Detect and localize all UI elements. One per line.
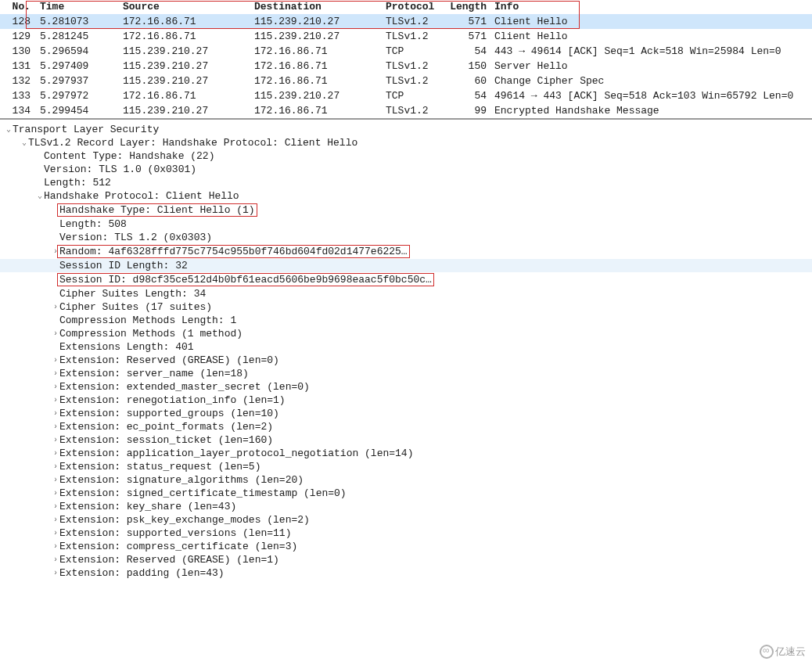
tree-node[interactable]: Random: 4af6328fffd775c7754c955b0f746bd6… <box>0 244 812 259</box>
chevron-right-icon[interactable] <box>52 463 59 471</box>
cell: 571 <box>448 16 491 27</box>
chevron-right-icon[interactable] <box>52 437 59 444</box>
tree-node[interactable]: Cipher Suites Length: 34 <box>0 287 812 300</box>
chevron-right-icon[interactable] <box>52 383 59 391</box>
tree-node[interactable]: Extension: Reserved (GREASE) (len=0) <box>0 354 812 367</box>
cell: 5.297937 <box>35 75 123 87</box>
col-info[interactable]: Info <box>491 1 812 13</box>
packet-row[interactable]: 1325.297937115.239.210.27172.16.86.71TLS… <box>0 74 812 88</box>
packet-details-tree[interactable]: Transport Layer Security TLSv1.2 Record … <box>0 120 812 580</box>
tree-node[interactable]: Content Type: Handshake (22) <box>0 149 812 163</box>
chevron-right-icon[interactable] <box>52 556 59 564</box>
packet-list[interactable]: No. Time Source Destination Protocol Len… <box>0 0 812 120</box>
tree-node[interactable]: Version: TLS 1.0 (0x0301) <box>0 163 812 176</box>
chevron-down-icon[interactable] <box>20 139 28 147</box>
cell: 115.239.210.27 <box>254 31 386 42</box>
cell: 130 <box>0 45 35 57</box>
tree-node[interactable]: Extension: ec_point_formats (len=2) <box>0 420 812 433</box>
tree-node[interactable]: Extension: psk_key_exchange_modes (len=2… <box>0 513 812 527</box>
tree-node[interactable]: Extension: padding (len=43) <box>0 566 812 580</box>
packet-header-row: No. Time Source Destination Protocol Len… <box>0 0 812 14</box>
tree-node[interactable]: Extension: session_ticket (len=160) <box>0 433 812 447</box>
packet-row[interactable]: 1345.299454115.239.210.27172.16.86.71TLS… <box>0 103 812 118</box>
cell: 5.281245 <box>35 31 123 42</box>
tree-label: Handshake Type: Client Hello (1) <box>57 203 257 217</box>
chevron-right-icon[interactable] <box>52 490 59 498</box>
chevron-right-icon[interactable] <box>52 423 59 431</box>
col-no[interactable]: No. <box>0 1 35 13</box>
tree-label: Extension: status_request (len=5) <box>59 461 260 473</box>
tree-node[interactable]: Version: TLS 1.2 (0x0303) <box>0 231 812 244</box>
cell: TCP <box>386 45 448 57</box>
tree-node[interactable]: Extension: application_layer_protocol_ne… <box>0 447 812 460</box>
cell: 134 <box>0 105 35 117</box>
tree-node[interactable]: Extension: supported_versions (len=11) <box>0 527 812 540</box>
tree-node[interactable]: Extension: Reserved (GREASE) (len=1) <box>0 553 812 566</box>
tree-label: Extension: renegotiation_info (len=1) <box>59 394 286 406</box>
packet-row[interactable]: 1305.296594115.239.210.27172.16.86.71TCP… <box>0 44 812 59</box>
col-src[interactable]: Source <box>123 1 254 13</box>
tree-node[interactable]: Extension: supported_groups (len=10) <box>0 407 812 420</box>
chevron-right-icon[interactable] <box>52 370 59 378</box>
chevron-right-icon[interactable] <box>52 543 59 551</box>
tree-node[interactable]: Extension: signature_algorithms (len=20) <box>0 473 812 487</box>
col-dst[interactable]: Destination <box>254 1 386 13</box>
tree-node[interactable]: Compression Methods (1 method) <box>0 327 812 340</box>
chevron-right-icon[interactable] <box>52 397 59 404</box>
tree-node[interactable]: Extension: renegotiation_info (len=1) <box>0 394 812 407</box>
cell: 54 <box>448 45 491 57</box>
tree-label: Handshake Protocol: Client Hello <box>44 190 239 202</box>
chevron-right-icon[interactable] <box>52 304 59 311</box>
chevron-right-icon[interactable] <box>52 330 59 338</box>
tree-node[interactable]: Extension: status_request (len=5) <box>0 460 812 473</box>
tree-label: Extension: ec_point_formats (len=2) <box>59 421 273 433</box>
tree-label: Extension: Reserved (GREASE) (len=1) <box>59 554 279 566</box>
tree-node[interactable]: Handshake Type: Client Hello (1) <box>0 203 812 217</box>
packet-row[interactable]: 1285.281073172.16.86.71115.239.210.27TLS… <box>0 14 812 29</box>
tree-node[interactable]: Extension: server_name (len=18) <box>0 367 812 380</box>
tree-label: Extension: signature_algorithms (len=20) <box>59 474 304 486</box>
packet-row[interactable]: 1335.297972172.16.86.71115.239.210.27TCP… <box>0 88 812 103</box>
tree-node[interactable]: Session ID: d98cf35ce512d4b0bf61eacd5606… <box>0 272 812 287</box>
packet-row[interactable]: 1315.297409115.239.210.27172.16.86.71TLS… <box>0 59 812 74</box>
tree-node[interactable]: TLSv1.2 Record Layer: Handshake Protocol… <box>0 136 812 149</box>
chevron-right-icon[interactable] <box>52 476 59 484</box>
cell: 128 <box>0 16 35 27</box>
tree-label: Extension: extended_master_secret (len=0… <box>59 381 310 393</box>
tree-node[interactable]: Extensions Length: 401 <box>0 340 812 354</box>
tree-node[interactable]: Extension: compress_certificate (len=3) <box>0 540 812 553</box>
tree-node[interactable]: Session ID Length: 32 <box>0 259 812 272</box>
cell: 133 <box>0 90 35 102</box>
tree-label: Extension: padding (len=43) <box>59 567 225 579</box>
packet-row[interactable]: 1295.281245172.16.86.71115.239.210.27TLS… <box>0 29 812 44</box>
col-proto[interactable]: Protocol <box>386 1 448 13</box>
cell: TLSv1.2 <box>386 16 448 27</box>
tree-node[interactable]: Extension: extended_master_secret (len=0… <box>0 380 812 394</box>
tree-node[interactable]: Cipher Suites (17 suites) <box>0 300 812 314</box>
chevron-right-icon[interactable] <box>52 357 59 365</box>
tree-label: Extension: key_share (len=43) <box>59 501 236 512</box>
tree-node[interactable]: Length: 508 <box>0 217 812 231</box>
tree-label: Compression Methods (1 method) <box>59 328 243 340</box>
cell: Client Hello <box>491 16 812 27</box>
chevron-right-icon[interactable] <box>52 516 59 524</box>
tree-node[interactable]: Compression Methods Length: 1 <box>0 314 812 327</box>
chevron-right-icon[interactable] <box>52 503 59 511</box>
chevron-right-icon[interactable] <box>52 530 59 537</box>
col-len[interactable]: Length <box>448 1 491 13</box>
tree-node[interactable]: Length: 512 <box>0 176 812 189</box>
col-time[interactable]: Time <box>35 1 123 13</box>
tree-node[interactable]: Extension: key_share (len=43) <box>0 500 812 513</box>
tree-node[interactable]: Extension: signed_certificate_timestamp … <box>0 487 812 500</box>
chevron-down-icon[interactable] <box>36 192 44 200</box>
tree-node[interactable]: Transport Layer Security <box>0 123 812 136</box>
tree-label: Session ID: d98cf35ce512d4b0bf61eacd5606… <box>57 273 434 286</box>
chevron-right-icon[interactable] <box>52 410 59 418</box>
chevron-right-icon[interactable] <box>52 570 59 577</box>
tree-label: Version: TLS 1.0 (0x0301) <box>44 164 196 175</box>
cell: 132 <box>0 75 35 87</box>
chevron-right-icon[interactable] <box>52 450 59 458</box>
tree-node[interactable]: Handshake Protocol: Client Hello <box>0 189 812 203</box>
chevron-down-icon[interactable] <box>5 126 13 134</box>
tree-label: Compression Methods Length: 1 <box>59 315 236 326</box>
